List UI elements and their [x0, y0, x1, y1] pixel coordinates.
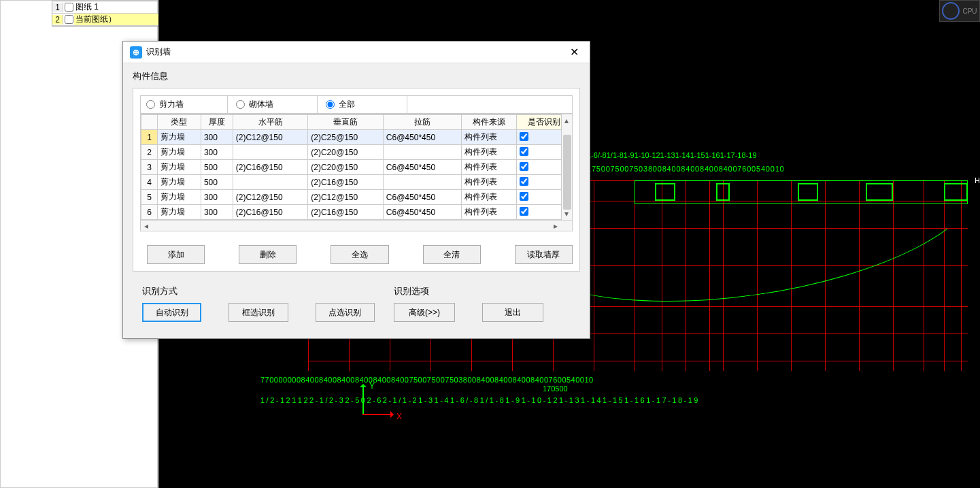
recognize-checkbox[interactable]	[520, 132, 528, 141]
row-number: 1	[141, 130, 158, 145]
center-dimension: 170500	[543, 385, 568, 393]
col-source[interactable]: 构件来源	[462, 115, 517, 130]
cell-thickness[interactable]: 300	[201, 190, 233, 205]
app-icon: ⊕	[130, 46, 142, 59]
radio-all[interactable]: 全部	[320, 96, 407, 113]
radio-shear-wall[interactable]: 剪力墙	[141, 96, 228, 113]
table-row[interactable]: 2 剪力墙 300 (2)C20@150 构件列表	[141, 145, 572, 160]
cpu-label: CPU	[962, 7, 977, 15]
cell-source[interactable]: 构件列表	[462, 160, 517, 175]
cell-type[interactable]: 剪力墙	[158, 175, 201, 190]
cell-source[interactable]: 构件列表	[462, 130, 517, 145]
table-header-row: 类型 厚度 水平筋 垂直筋 拉筋 构件来源 是否识别	[141, 115, 572, 130]
cell-vert[interactable]: (2)C20@150	[308, 160, 384, 175]
cell-source[interactable]: 构件列表	[462, 145, 517, 160]
cell-source[interactable]: 构件列表	[462, 175, 517, 190]
cell-thickness[interactable]: 300	[201, 130, 233, 145]
cell-tie[interactable]	[383, 145, 461, 160]
col-horiz-rebar[interactable]: 水平筋	[233, 115, 308, 130]
x-axis-label: X	[396, 412, 402, 421]
cell-tie[interactable]: C6@450*450	[383, 190, 461, 205]
cell-thickness[interactable]: 500	[201, 175, 233, 190]
row-checkbox[interactable]	[63, 3, 74, 12]
col-tie-rebar[interactable]: 拉筋	[383, 115, 461, 130]
cell-vert[interactable]: (2)C25@150	[308, 130, 384, 145]
radio-masonry-wall[interactable]: 砌体墙	[231, 96, 318, 113]
auto-recognize-button[interactable]: 自动识别	[142, 303, 201, 322]
delete-button[interactable]: 删除	[239, 245, 297, 264]
cell-tie[interactable]: C6@450*450	[383, 130, 461, 145]
drawing-row[interactable]: 2 当前图纸）	[52, 14, 160, 26]
select-all-button[interactable]: 全选	[331, 245, 388, 264]
col-type[interactable]: 类型	[158, 115, 201, 130]
recognition-mode-group: 识别方式 自动识别 框选识别 点选识别	[133, 285, 384, 331]
recognize-checkbox[interactable]	[520, 162, 528, 171]
cell-vert[interactable]: (2)C16@150	[308, 205, 384, 220]
cell-tie[interactable]: C6@450*450	[383, 160, 461, 175]
section-label: 构件信息	[133, 70, 580, 82]
recognize-checkbox[interactable]	[520, 147, 528, 156]
cpu-widget: CPU	[939, 0, 980, 22]
drawing-list: 1 图纸 1 2 当前图纸）	[52, 1, 160, 27]
cell-type[interactable]: 剪力墙	[158, 190, 201, 205]
recognize-checkbox[interactable]	[520, 177, 528, 186]
cell-thickness[interactable]: 300	[201, 205, 233, 220]
cell-horiz[interactable]: (2)C12@150	[233, 130, 308, 145]
cell-horiz[interactable]: (2)C16@150	[233, 205, 308, 220]
drawing-name: 图纸 1	[74, 1, 160, 13]
recognize-checkbox[interactable]	[520, 207, 528, 216]
clear-all-button[interactable]: 全清	[423, 245, 481, 264]
cell-vert[interactable]: (2)C12@150	[308, 190, 384, 205]
row-number: 1	[52, 3, 63, 12]
recognize-wall-dialog: ⊕ 识别墙 ✕ 构件信息 剪力墙 砌体墙 全部	[122, 41, 590, 339]
cell-horiz[interactable]: (2)C12@150	[233, 190, 308, 205]
table-row[interactable]: 4 剪力墙 500 (2)C16@150 构件列表	[141, 175, 572, 190]
cell-thickness[interactable]: 500	[201, 160, 233, 175]
dialog-title: 识别墙	[146, 46, 171, 58]
horizontal-scrollbar[interactable]: ◂ ▸	[141, 220, 572, 231]
row-number: 2	[52, 15, 63, 25]
bottom-dimensions: 7700000008400840084008400840084007500750…	[260, 376, 594, 384]
row-number: 4	[141, 175, 158, 190]
cell-tie[interactable]: C6@450*450	[383, 205, 461, 220]
col-vert-rebar[interactable]: 垂直筋	[308, 115, 384, 130]
advanced-button[interactable]: 高级(>>)	[394, 303, 455, 322]
cell-source[interactable]: 构件列表	[462, 205, 517, 220]
cell-thickness[interactable]: 300	[201, 145, 233, 160]
row-number: 3	[141, 160, 158, 175]
cell-horiz[interactable]	[233, 175, 308, 190]
row-number: 2	[141, 145, 158, 160]
cell-vert[interactable]: (2)C20@150	[308, 145, 384, 160]
cell-source[interactable]: 构件列表	[462, 190, 517, 205]
read-thickness-button[interactable]: 读取墙厚	[515, 245, 573, 264]
cell-vert[interactable]: (2)C16@150	[308, 175, 384, 190]
drawing-row[interactable]: 1 图纸 1	[52, 1, 160, 14]
table-row[interactable]: 5 剪力墙 300 (2)C12@150 (2)C12@150 C6@450*4…	[141, 190, 572, 205]
col-thickness[interactable]: 厚度	[201, 115, 233, 130]
cell-type[interactable]: 剪力墙	[158, 160, 201, 175]
drawing-name: 当前图纸）	[74, 14, 160, 25]
box-recognize-button[interactable]: 框选识别	[229, 303, 288, 322]
close-button[interactable]: ✕	[566, 46, 583, 59]
wall-type-filter: 剪力墙 砌体墙 全部	[140, 95, 573, 114]
cell-tie[interactable]	[383, 175, 461, 190]
cell-type[interactable]: 剪力墙	[158, 145, 201, 160]
cell-horiz[interactable]	[233, 145, 308, 160]
dialog-titlebar[interactable]: ⊕ 识别墙 ✕	[123, 42, 590, 63]
add-button[interactable]: 添加	[147, 245, 205, 264]
cell-type[interactable]: 剪力墙	[158, 205, 201, 220]
cell-horiz[interactable]: (2)C16@150	[233, 160, 308, 175]
point-recognize-button[interactable]: 点选识别	[316, 303, 375, 322]
row-number: 5	[141, 190, 158, 205]
wall-table: 类型 厚度 水平筋 垂直筋 拉筋 构件来源 是否识别 1 剪力墙 300 (2)…	[140, 114, 573, 231]
table-row[interactable]: 1 剪力墙 300 (2)C12@150 (2)C25@150 C6@450*4…	[141, 130, 572, 145]
row-checkbox[interactable]	[63, 15, 74, 24]
cell-type[interactable]: 剪力墙	[158, 130, 201, 145]
table-row[interactable]: 6 剪力墙 300 (2)C16@150 (2)C16@150 C6@450*4…	[141, 205, 572, 220]
table-row[interactable]: 3 剪力墙 500 (2)C16@150 (2)C20@150 C6@450*4…	[141, 160, 572, 175]
exit-button[interactable]: 退出	[482, 303, 543, 322]
group-label: 识别方式	[142, 285, 375, 297]
vertical-scrollbar[interactable]: ▴ ▾	[561, 114, 572, 220]
recognize-checkbox[interactable]	[520, 192, 528, 201]
bottom-axis-labels: 1/2-121122-1/2-32-502-62-1/1-21-31-41-6/…	[260, 396, 700, 404]
